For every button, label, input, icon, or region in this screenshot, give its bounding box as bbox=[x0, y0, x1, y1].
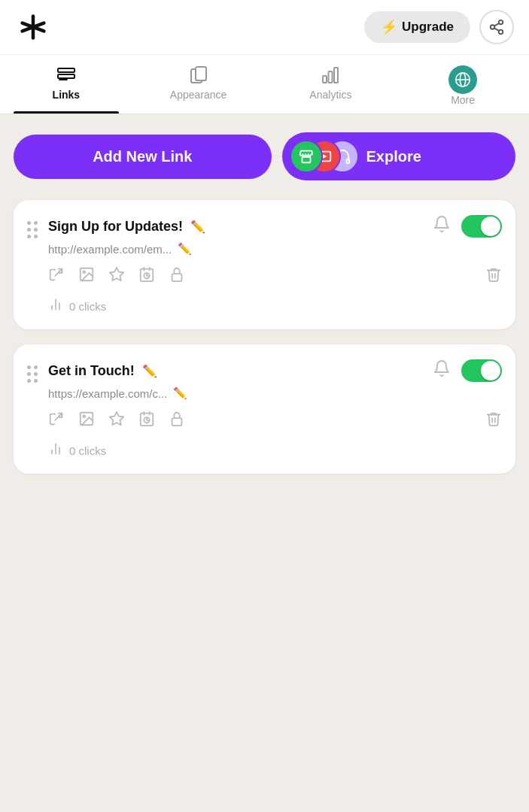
svg-marker-27 bbox=[110, 268, 123, 280]
star-icon-2[interactable] bbox=[108, 411, 125, 431]
toggle-knob-1 bbox=[481, 217, 500, 236]
card-stats-2: 0 clicks bbox=[48, 441, 502, 460]
svg-point-38 bbox=[83, 415, 85, 417]
links-tab-icon bbox=[56, 65, 76, 85]
explore-icons bbox=[290, 140, 357, 173]
card-url-row-2: https://example.com/c... ✏️ bbox=[48, 386, 502, 400]
card-content-1: Sign Up for Updates! ✏️ http://example. bbox=[48, 215, 502, 316]
add-new-link-button[interactable]: Add New Link bbox=[14, 135, 272, 179]
lock-icon-1[interactable] bbox=[169, 266, 185, 286]
svg-rect-15 bbox=[334, 68, 338, 83]
main-content: Add New Link bbox=[0, 114, 529, 507]
card-content-2: Get in Touch! ✏️ https://example.com/c. bbox=[48, 359, 502, 460]
svg-line-6 bbox=[494, 28, 499, 31]
nav-tabs: Links Appearance Analytics More bbox=[0, 55, 529, 114]
drag-handle-1[interactable] bbox=[27, 221, 38, 238]
header: ⚡ Upgrade bbox=[0, 0, 529, 55]
star-icon-1[interactable] bbox=[108, 266, 125, 286]
link-url-2: https://example.com/c... bbox=[48, 387, 167, 400]
analytics-tab-icon bbox=[321, 65, 340, 85]
bell-icon-1[interactable] bbox=[433, 215, 451, 238]
card-actions-2 bbox=[48, 411, 502, 431]
tab-analytics-label: Analytics bbox=[309, 89, 351, 101]
redirect-icon-1[interactable] bbox=[48, 266, 65, 286]
card-actions-1 bbox=[48, 266, 502, 286]
url-edit-pencil-2[interactable]: ✏️ bbox=[173, 386, 187, 400]
drag-handle-2[interactable] bbox=[27, 365, 38, 383]
globe-icon-container bbox=[448, 65, 477, 94]
svg-rect-8 bbox=[58, 68, 74, 72]
tab-appearance-label: Appearance bbox=[170, 89, 227, 101]
logo bbox=[15, 9, 51, 45]
link-clicks-2: 0 clicks bbox=[69, 444, 106, 457]
tab-links[interactable]: Links bbox=[0, 55, 132, 114]
svg-rect-13 bbox=[323, 76, 327, 83]
explore-icon-shop bbox=[290, 140, 323, 173]
share-icon bbox=[488, 19, 505, 35]
link-card-2: Get in Touch! ✏️ https://example.com/c. bbox=[14, 344, 515, 474]
header-right: ⚡ Upgrade bbox=[364, 10, 514, 44]
svg-point-26 bbox=[83, 271, 85, 273]
svg-rect-44 bbox=[172, 418, 182, 426]
explore-button[interactable]: Explore bbox=[282, 132, 516, 180]
svg-rect-19 bbox=[302, 157, 310, 162]
upgrade-label: Upgrade bbox=[402, 20, 454, 35]
card-title-row-1: Sign Up for Updates! ✏️ bbox=[48, 215, 502, 238]
redirect-icon-2[interactable] bbox=[48, 411, 65, 431]
logo-icon bbox=[20, 14, 47, 41]
link-title-1: Sign Up for Updates! bbox=[48, 219, 183, 235]
tab-links-label: Links bbox=[53, 89, 81, 101]
svg-rect-9 bbox=[58, 74, 74, 78]
link-card-1: Sign Up for Updates! ✏️ http://example. bbox=[14, 200, 515, 329]
add-link-label: Add New Link bbox=[93, 148, 192, 165]
card-title-right-2 bbox=[433, 359, 502, 382]
svg-rect-12 bbox=[196, 67, 206, 80]
tab-appearance[interactable]: Appearance bbox=[132, 55, 265, 114]
link-title-2: Get in Touch! bbox=[48, 363, 135, 379]
explore-label: Explore bbox=[366, 148, 421, 165]
toggle-2[interactable] bbox=[461, 359, 502, 382]
tab-more[interactable]: More bbox=[397, 55, 529, 114]
delete-icon-2[interactable] bbox=[485, 411, 502, 431]
svg-rect-14 bbox=[329, 71, 333, 83]
card-stats-1: 0 clicks bbox=[48, 297, 502, 316]
svg-marker-21 bbox=[323, 154, 327, 159]
svg-line-7 bbox=[494, 23, 499, 26]
card-title-right-1 bbox=[433, 215, 502, 238]
svg-marker-39 bbox=[110, 412, 123, 425]
stats-bar-icon-1 bbox=[48, 297, 63, 316]
schedule-icon-1[interactable] bbox=[138, 266, 155, 286]
tab-more-label: More bbox=[451, 94, 475, 106]
schedule-icon-2[interactable] bbox=[138, 411, 155, 431]
url-edit-pencil-1[interactable]: ✏️ bbox=[178, 242, 192, 256]
card-title-row-2: Get in Touch! ✏️ bbox=[48, 359, 502, 382]
upgrade-button[interactable]: ⚡ Upgrade bbox=[364, 11, 470, 43]
tab-analytics[interactable]: Analytics bbox=[265, 55, 397, 114]
card-url-row-1: http://example.com/em... ✏️ bbox=[48, 242, 502, 256]
stats-bar-icon-2 bbox=[48, 441, 63, 460]
lock-icon-2[interactable] bbox=[169, 411, 185, 431]
action-row: Add New Link bbox=[14, 132, 515, 180]
title-edit-pencil-1[interactable]: ✏️ bbox=[190, 220, 205, 234]
svg-rect-32 bbox=[172, 274, 182, 281]
link-clicks-1: 0 clicks bbox=[69, 300, 106, 313]
toggle-1[interactable] bbox=[461, 215, 502, 238]
bolt-icon: ⚡ bbox=[381, 19, 397, 35]
delete-icon-1[interactable] bbox=[485, 266, 502, 286]
appearance-tab-icon bbox=[189, 65, 208, 85]
share-button[interactable] bbox=[479, 10, 514, 44]
toggle-knob-2 bbox=[481, 361, 500, 380]
title-edit-pencil-2[interactable]: ✏️ bbox=[142, 364, 157, 378]
image-icon-1[interactable] bbox=[78, 266, 95, 286]
svg-rect-23 bbox=[346, 159, 349, 164]
link-url-1: http://example.com/em... bbox=[48, 243, 172, 256]
bell-icon-2[interactable] bbox=[433, 359, 451, 382]
globe-icon bbox=[455, 71, 471, 88]
image-icon-2[interactable] bbox=[78, 411, 95, 431]
